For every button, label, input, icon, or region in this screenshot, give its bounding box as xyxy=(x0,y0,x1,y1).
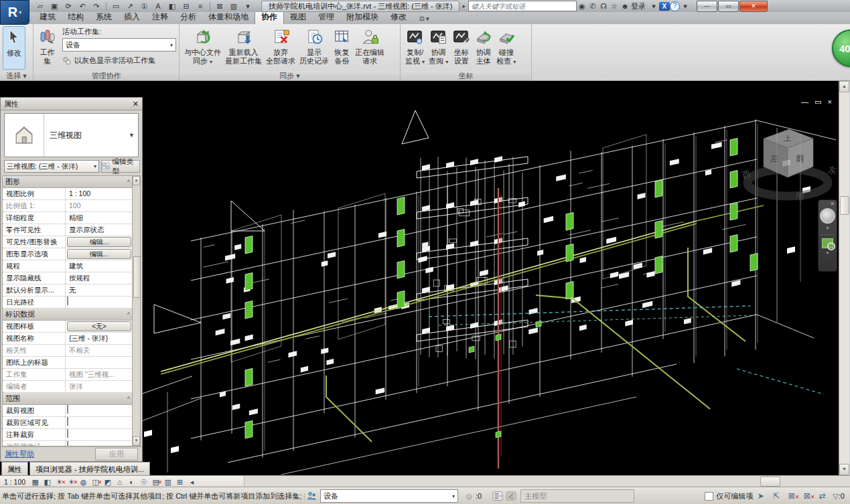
viewcube-east-label[interactable]: 东 xyxy=(827,165,837,177)
measure-icon[interactable]: ▭ xyxy=(109,1,123,12)
undo-icon[interactable]: ↶ xyxy=(76,1,89,12)
property-value[interactable]: 视图 "三维视... xyxy=(66,369,133,380)
open-icon[interactable]: ▱ xyxy=(33,1,47,12)
gray-inactive-worksets-button[interactable]: 以灰色显示非活动工作集 xyxy=(62,56,176,66)
scroll-down-icon[interactable]: ▼ xyxy=(839,464,849,475)
collapse-icon[interactable]: ◂ xyxy=(187,477,197,487)
view-scale-button[interactable]: 1 : 100 xyxy=(4,478,25,486)
aligned-dimension-icon[interactable]: ↗ xyxy=(123,1,137,12)
editing-requests-status-icon[interactable]: ☺ xyxy=(462,490,476,502)
tab-建筑[interactable]: 建筑 xyxy=(33,10,62,24)
unlocked-3d-view-icon[interactable]: ⌂ xyxy=(115,477,125,487)
property-value[interactable] xyxy=(66,357,133,368)
type-selector[interactable]: 三维视图 ▼ xyxy=(4,113,139,157)
viewcube[interactable]: 西 南 东 上 左 前 xyxy=(738,122,840,207)
property-value[interactable]: 按规程 xyxy=(66,272,133,284)
tab-体量和场地[interactable]: 体量和场地 xyxy=(202,10,255,24)
shadows-icon[interactable]: ☀✕ xyxy=(66,477,76,487)
tab-管理[interactable]: 管理 xyxy=(312,10,340,24)
show-crop-region-icon[interactable]: ◩ xyxy=(102,477,113,487)
horizontal-scrollbar[interactable] xyxy=(244,476,850,487)
text-icon[interactable]: A xyxy=(151,1,165,12)
property-checkbox[interactable] xyxy=(67,405,68,414)
type-selector-dropdown-icon[interactable]: ▼ xyxy=(129,114,138,157)
coordination-review-button[interactable]: 协调查阅 ▾ xyxy=(427,26,450,70)
worksets-status-icon[interactable] xyxy=(305,490,318,502)
save-icon[interactable]: ▣ xyxy=(48,1,61,12)
customize-qat-icon[interactable]: ▾ xyxy=(241,1,255,12)
favorites-star-icon[interactable]: ☆ xyxy=(609,1,620,11)
property-edit-button[interactable]: <无> xyxy=(67,321,131,331)
property-value[interactable]: 1 : 100 xyxy=(66,188,133,199)
sync-with-central-button[interactable]: 与中心文件同步 ▾ xyxy=(182,26,223,70)
property-value[interactable]: 显示原状态 xyxy=(66,224,133,236)
temporary-hide-isolate-icon[interactable]: ◐ xyxy=(127,477,137,487)
design-options-icon[interactable] xyxy=(491,490,504,502)
restore-button[interactable]: ▭ xyxy=(718,1,739,12)
title-expand-icon[interactable]: ▸ xyxy=(462,3,466,9)
steering-wheel-icon[interactable] xyxy=(820,208,835,224)
help-icon[interactable]: ? xyxy=(670,1,680,11)
editable-only-checkbox[interactable] xyxy=(705,492,713,501)
redo-icon[interactable]: ↷ xyxy=(90,1,103,12)
select-links-icon[interactable]: ➤ xyxy=(754,491,767,501)
modify-button[interactable]: 修改 xyxy=(3,26,25,70)
rendering-dialog-icon[interactable]: ◍ xyxy=(78,477,88,487)
select-pinned-icon[interactable]: ⊠✕ xyxy=(785,491,798,501)
coordination-settings-button[interactable]: 坐标设置 xyxy=(450,26,472,70)
property-value[interactable]: 无 xyxy=(66,284,133,296)
sign-in-label[interactable]: 登录 xyxy=(631,1,646,11)
navigation-bar[interactable]: ✕ ▾ ▾ xyxy=(818,199,837,272)
prop-scroll-up-icon[interactable]: ▲ xyxy=(133,176,140,185)
property-value[interactable]: 建筑 xyxy=(66,260,133,272)
select-panel-label[interactable]: 选择 ▾ xyxy=(0,71,33,80)
vertical-scrollbar[interactable]: ▲ ▼ xyxy=(839,81,849,475)
show-history-button[interactable]: 显示历史记录 xyxy=(297,26,331,70)
sun-path-icon[interactable]: ☀✕ xyxy=(54,477,64,487)
relinquish-all-button[interactable]: 放弃全部请求 xyxy=(264,26,297,70)
reload-latest-button[interactable]: 重新载入最新工作集 xyxy=(223,26,264,70)
properties-scrollbar[interactable]: ▲ ▼ xyxy=(132,175,141,446)
active-workset-select[interactable]: 设备 ▾ xyxy=(62,38,176,52)
panel-display-toggle-icon[interactable]: ⊡ ▾ xyxy=(419,15,429,24)
property-value[interactable]: {三维 - 张洋} xyxy=(66,333,133,344)
navbar-close-icon[interactable]: ✕ xyxy=(830,201,835,207)
restore-backup-button[interactable]: 恢复备份 xyxy=(331,26,353,70)
communication-icon[interactable]: ☊ xyxy=(598,1,609,11)
tab-修改[interactable]: 修改 xyxy=(384,10,413,24)
sync-with-central-icon[interactable]: ⟳ xyxy=(62,1,75,12)
exchange-apps-icon[interactable]: X xyxy=(659,2,670,11)
edit-type-button[interactable]: 编辑类型 xyxy=(101,160,140,173)
view-close-icon[interactable]: × xyxy=(827,98,831,106)
editable-only-toggle[interactable]: 仅可编辑项 xyxy=(705,491,753,501)
property-value[interactable]: 精细 xyxy=(66,212,133,224)
property-checkbox[interactable] xyxy=(67,417,68,426)
properties-title-bar[interactable]: 属性 ✕ xyxy=(1,98,142,110)
crop-view-icon[interactable]: ◫✕ xyxy=(90,477,100,487)
default-3d-view-icon[interactable]: ◧ xyxy=(165,1,179,12)
tab-注释[interactable]: 注释 xyxy=(146,10,174,24)
view-minimize-icon[interactable]: — xyxy=(801,98,808,106)
workset-status-select[interactable]: 设备 ▾ xyxy=(320,489,458,503)
palette-tab-project-browser[interactable]: 项目浏览器 - 技师学院机电培训... xyxy=(29,462,150,477)
property-edit-button[interactable]: 编辑... xyxy=(67,237,131,247)
tab-附加模块[interactable]: 附加模块 xyxy=(340,10,384,24)
close-hidden-windows-icon[interactable]: ⊠ xyxy=(213,1,226,12)
tab-视图[interactable]: 视图 xyxy=(284,10,312,24)
reveal-hidden-elements-icon[interactable]: ☉ xyxy=(139,477,149,487)
property-checkbox[interactable] xyxy=(67,297,68,305)
close-button[interactable]: ✕ xyxy=(739,1,768,12)
temporary-view-properties-icon[interactable]: ▥ xyxy=(163,477,173,487)
detail-level-icon[interactable]: ▦ xyxy=(30,477,40,487)
user-icon[interactable]: ☻ xyxy=(620,1,630,11)
switch-windows-icon[interactable]: ▥ xyxy=(227,1,240,12)
zoom-dropdown-icon[interactable]: ▾ xyxy=(827,250,829,256)
worksets-button[interactable]: 工作集 xyxy=(36,26,58,70)
view-instance-select[interactable]: 三维视图: (三维 - 张洋) ▾ xyxy=(4,160,99,173)
section-icon[interactable]: ⊟ xyxy=(180,1,193,12)
subscription-icon[interactable]: ✆ xyxy=(587,1,598,11)
view-restore-icon[interactable]: ▭ xyxy=(814,98,821,106)
collapse-chevron-icon[interactable]: ^ xyxy=(127,396,130,402)
property-edit-button[interactable]: 编辑... xyxy=(67,249,131,259)
viewcube-south-label[interactable]: 南 xyxy=(795,190,805,201)
